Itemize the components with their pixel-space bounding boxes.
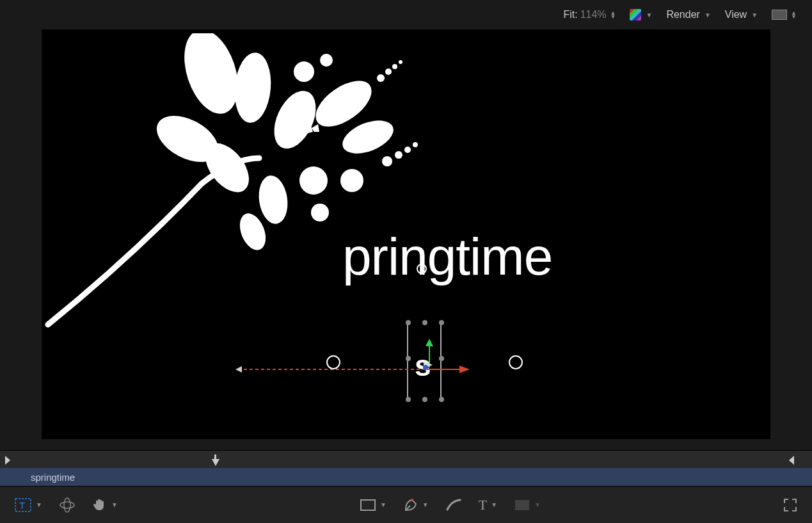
- in-point-marker[interactable]: [4, 455, 12, 466]
- svg-point-29: [423, 365, 428, 370]
- view-layout-icon: [772, 10, 787, 20]
- svg-marker-23: [426, 339, 433, 346]
- viewer-canvas[interactable]: pringtime s: [42, 29, 770, 439]
- view-layout-menu[interactable]: ▲▼: [772, 10, 797, 20]
- svg-point-7: [256, 173, 291, 225]
- mini-timeline-ruler[interactable]: [0, 450, 812, 468]
- anchor-point-icon[interactable]: [422, 360, 434, 370]
- render-menu[interactable]: Render ▼: [666, 9, 710, 20]
- fit-label: Fit:: [563, 9, 577, 20]
- svg-marker-25: [235, 366, 242, 373]
- svg-rect-38: [361, 500, 375, 510]
- stepper-icon: ▲▼: [791, 11, 797, 19]
- svg-point-12: [311, 204, 329, 221]
- color-channel-menu[interactable]: ▼: [630, 9, 652, 20]
- svg-point-1: [232, 51, 273, 124]
- render-label: Render: [666, 9, 699, 20]
- view-menu[interactable]: View ▼: [725, 9, 758, 20]
- svg-marker-30: [5, 456, 10, 465]
- keyframe-marker[interactable]: [326, 355, 340, 369]
- chevron-down-icon: ▼: [751, 12, 758, 19]
- svg-point-20: [392, 64, 397, 69]
- text-layer-main[interactable]: pringtime: [342, 227, 552, 287]
- canvas-area: pringtime s: [0, 29, 812, 450]
- chevron-down-icon: ▼: [111, 501, 118, 508]
- fit-value: 114%: [580, 9, 607, 20]
- paint-stroke-tool[interactable]: [445, 498, 462, 512]
- svg-marker-27: [459, 366, 470, 373]
- svg-point-16: [404, 147, 411, 153]
- playhead-marker[interactable]: [211, 455, 220, 467]
- svg-point-17: [413, 142, 418, 147]
- chevron-down-icon: ▼: [705, 12, 711, 19]
- chevron-down-icon: ▼: [380, 501, 386, 508]
- keyframe-marker[interactable]: [509, 355, 523, 369]
- svg-point-15: [395, 151, 402, 159]
- svg-point-39: [411, 499, 413, 501]
- clip-name: springtime: [31, 472, 75, 483]
- svg-text:T: T: [19, 500, 25, 511]
- svg-point-14: [382, 156, 392, 166]
- expand-viewer-button[interactable]: [783, 497, 798, 513]
- clip-bar[interactable]: springtime: [0, 468, 812, 486]
- svg-point-13: [340, 169, 363, 192]
- chevron-down-icon: ▼: [534, 501, 541, 508]
- chevron-down-icon: ▼: [36, 501, 42, 508]
- svg-point-36: [60, 502, 74, 508]
- svg-point-19: [385, 68, 392, 75]
- svg-point-21: [399, 60, 402, 64]
- svg-point-11: [299, 166, 328, 195]
- svg-marker-33: [789, 456, 794, 465]
- chevron-down-icon: ▼: [422, 501, 429, 508]
- chevron-down-icon: ▼: [491, 501, 497, 508]
- pan-tool[interactable]: ▼: [92, 497, 118, 513]
- out-point-marker[interactable]: [788, 455, 795, 466]
- chevron-down-icon: ▼: [646, 12, 652, 19]
- svg-rect-40: [515, 500, 529, 510]
- shape-tool[interactable]: ▼: [360, 499, 386, 511]
- keyframe-marker[interactable]: [417, 264, 427, 274]
- svg-point-18: [377, 74, 385, 82]
- svg-point-10: [320, 54, 333, 67]
- color-swatch-icon: [630, 9, 641, 20]
- mask-tool[interactable]: ▼: [514, 499, 541, 511]
- svg-point-37: [64, 498, 70, 512]
- text-tool-label: T: [479, 497, 487, 513]
- svg-point-2: [266, 84, 324, 156]
- text-tool[interactable]: T ▼: [479, 497, 497, 513]
- 3d-transform-tool[interactable]: [59, 497, 76, 513]
- stepper-icon: ▲▼: [610, 11, 616, 19]
- bottom-toolbar: T ▼ ▼ ▼ ▼ T ▼ ▼: [0, 486, 812, 523]
- fit-zoom-control[interactable]: Fit: 114% ▲▼: [563, 9, 616, 20]
- view-label: View: [725, 9, 747, 20]
- svg-rect-31: [214, 455, 216, 459]
- svg-marker-32: [212, 459, 219, 466]
- transform-glyph-tool[interactable]: T ▼: [14, 497, 42, 513]
- pen-tool[interactable]: ▼: [403, 497, 429, 513]
- svg-point-9: [294, 61, 314, 82]
- viewer-top-toolbar: Fit: 114% ▲▼ ▼ Render ▼ View ▼ ▲▼: [0, 0, 812, 29]
